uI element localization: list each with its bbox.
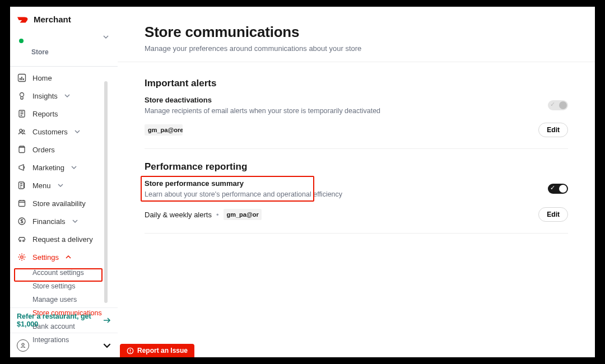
divider — [145, 233, 568, 234]
toggle-knob — [559, 101, 567, 109]
chevron-down-icon — [58, 183, 63, 188]
separator-dot: • — [216, 211, 219, 219]
daily-weekly-label: Daily & weekly alerts — [145, 211, 212, 219]
edit-button[interactable]: Edit — [538, 207, 568, 222]
sidebar-item-marketing[interactable]: Marketing — [10, 158, 118, 176]
sidebar-item-label: Reports — [32, 110, 58, 118]
svg-point-13 — [21, 256, 23, 258]
gear-icon — [17, 252, 27, 262]
brand-name: Merchant — [34, 15, 71, 24]
recipient-chip: gm_pa@or — [224, 209, 262, 220]
menu-icon — [17, 180, 27, 190]
page-header: Store communications Manage your prefere… — [118, 7, 595, 62]
setting-description: Learn about your store's performance and… — [145, 190, 342, 198]
section-heading: Performance reporting — [145, 161, 568, 172]
report-issue-button[interactable]: Report an Issue — [120, 344, 194, 357]
svg-point-16 — [130, 352, 131, 353]
check-icon: ✓ — [550, 184, 555, 192]
sidebar-item-label: Orders — [32, 146, 55, 154]
sidebar: Merchant Store Home Insights — [10, 7, 118, 357]
card-store-performance-summary: Store performance summary Learn about yo… — [145, 179, 568, 234]
sidebar-item-label: Settings — [32, 253, 59, 262]
sidebar-item-label: Home — [32, 74, 52, 82]
toggle-store-deactivations[interactable]: ✓ — [548, 100, 568, 110]
setting-description: Manage recipients of email alerts when y… — [145, 107, 380, 115]
svg-point-7 — [22, 130, 25, 132]
report-issue-label: Report an Issue — [137, 347, 188, 354]
sidebar-item-reports[interactable]: Reports — [10, 105, 118, 123]
sidebar-item-insights[interactable]: Insights — [10, 87, 118, 105]
toggle-performance-summary[interactable]: ✓ — [548, 184, 568, 194]
sidebar-item-settings[interactable]: Settings — [10, 248, 118, 266]
chevron-down-icon — [103, 342, 111, 349]
store-picker-label: Store — [31, 48, 109, 56]
svg-point-6 — [20, 129, 22, 132]
svg-rect-2 — [21, 77, 22, 80]
sidebar-item-label: Menu — [32, 181, 51, 190]
svg-rect-9 — [19, 200, 25, 207]
toggle-knob — [559, 185, 567, 193]
page-subtitle: Manage your preferences around communica… — [145, 44, 568, 53]
sidebar-item-label: Financials — [32, 217, 66, 226]
sidebar-item-request-delivery[interactable]: Request a delivery — [10, 230, 118, 248]
sidebar-item-label: Request a delivery — [32, 235, 93, 244]
alert-icon — [127, 347, 134, 354]
sidebar-item-store-availability[interactable]: Store availability — [10, 194, 118, 212]
divider — [10, 66, 118, 67]
chevron-up-icon — [66, 254, 71, 260]
sidebar-item-orders[interactable]: Orders — [10, 141, 118, 158]
sidebar-item-menu[interactable]: Menu — [10, 176, 118, 194]
arrow-right-icon — [103, 317, 111, 324]
section-important-alerts: Important alerts Store deactivations Man… — [118, 78, 595, 149]
status-dot-icon — [19, 39, 24, 43]
store-picker[interactable]: Store — [15, 31, 113, 60]
svg-rect-3 — [23, 78, 24, 80]
chevron-down-icon — [64, 93, 70, 99]
card-store-deactivations: Store deactivations Manage recipients of… — [145, 96, 568, 149]
calendar-icon — [17, 198, 27, 208]
main-content: Store communications Manage your prefere… — [118, 7, 595, 357]
chevron-down-icon — [103, 34, 109, 40]
svg-point-4 — [20, 93, 24, 97]
insights-icon — [17, 91, 27, 101]
svg-point-11 — [20, 240, 21, 242]
svg-rect-1 — [20, 78, 21, 80]
setting-label: Store deactivations — [145, 96, 380, 104]
account-switcher[interactable] — [10, 333, 118, 357]
edit-button[interactable]: Edit — [538, 123, 568, 137]
sidebar-item-financials[interactable]: Financials — [10, 212, 118, 230]
chevron-down-icon — [72, 218, 78, 224]
sidebar-item-home[interactable]: Home — [10, 69, 118, 87]
customers-icon — [17, 127, 27, 137]
chevron-down-icon — [71, 165, 77, 170]
sidebar-item-label: Customers — [32, 128, 68, 136]
section-performance-reporting: Performance reporting Store performance … — [118, 161, 595, 234]
financials-icon — [17, 216, 27, 226]
divider — [145, 148, 568, 149]
reports-icon — [17, 109, 27, 119]
svg-point-14 — [22, 343, 24, 346]
user-icon — [17, 339, 29, 352]
car-icon — [17, 234, 27, 244]
section-heading: Important alerts — [145, 78, 568, 89]
sidebar-item-label: Insights — [32, 92, 58, 100]
refer-link[interactable]: Refer a restaurant, get $1,000 — [10, 307, 118, 333]
sidebar-item-label: Store availability — [32, 199, 86, 208]
sidebar-item-label: Marketing — [32, 164, 64, 172]
refer-label: Refer a restaurant, get $1,000 — [17, 312, 99, 328]
setting-label: Store performance summary — [145, 179, 342, 188]
svg-point-12 — [23, 240, 25, 242]
brand-logo-icon — [17, 16, 29, 24]
chevron-down-icon — [75, 129, 80, 134]
nav: Home Insights Reports Customers — [10, 69, 118, 347]
home-icon — [17, 73, 27, 83]
recipient-chip: gm_pa@oren — [145, 124, 183, 136]
brand: Merchant — [10, 7, 118, 27]
marketing-icon — [17, 162, 27, 172]
sidebar-item-customers[interactable]: Customers — [10, 123, 118, 141]
check-icon: ✓ — [550, 101, 555, 108]
page-title: Store communications — [145, 24, 568, 41]
orders-icon — [17, 144, 27, 155]
